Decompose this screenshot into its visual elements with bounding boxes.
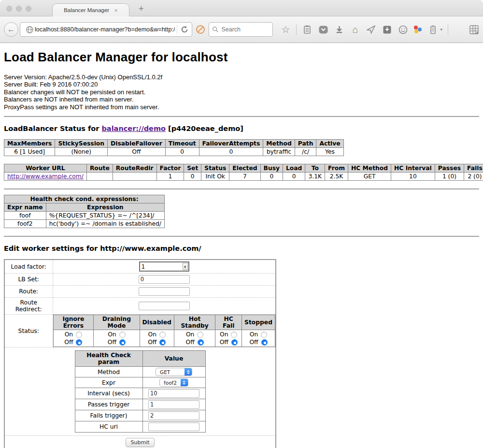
radio-label: Off [249,338,258,346]
back-button[interactable]: ← [4,22,18,37]
col-header: RouteRedir [113,164,156,173]
cell-stickysession: (None) [55,148,108,156]
close-window-button[interactable] [6,6,12,12]
radio-label: On [148,331,156,338]
number-stepper-icon[interactable]: ▲▼ [183,263,188,270]
reload-icon[interactable] [179,24,190,35]
search-bar[interactable] [209,22,273,37]
home-icon[interactable]: ⌂ [350,24,360,35]
col-header: Fails [464,164,483,173]
load-factor-input[interactable] [140,263,183,270]
site-identity-globe-icon[interactable] [24,24,35,35]
clipboard-icon[interactable] [302,24,313,35]
status-hot-standby-on-radio[interactable] [197,332,203,338]
browser-tab[interactable]: Balancer Manager × [52,3,129,16]
send-plane-icon[interactable] [366,24,376,35]
feedback-smiley-icon[interactable] [398,24,408,35]
edit-worker-heading: Edit worker settings for http://www.exam… [4,245,479,252]
cell-from: 2.5K [325,173,348,181]
form-row-route-redirect: Route Redirect: [4,298,276,315]
interval-input[interactable] [148,389,199,398]
table-row: http://www.example.com/ 1 0 Init Ok 7 0 … [4,173,483,181]
cell-expr-name: foof [4,212,46,220]
url-bar[interactable]: localhost:8880/balancer-manager?b=demo&w… [20,22,192,37]
tab-bar: Balancer Manager × + [0,0,483,16]
fails-input[interactable] [148,411,199,420]
blocked-content-icon[interactable] [196,24,205,35]
cell-active: Yes [316,148,343,156]
worker-url-link[interactable]: http://www.example.com/ [7,173,84,180]
expr-label: Expr [75,377,142,388]
grid-panel-icon[interactable] [469,24,479,35]
downloads-icon[interactable] [334,24,344,35]
divider [4,188,479,189]
col-header: Busy [260,164,283,173]
color-dots-extension-icon[interactable] [413,25,422,34]
status-stopped-off-radio[interactable] [261,339,268,346]
cell-routeredir [113,173,156,181]
status-hc-fail-on-radio[interactable] [231,332,237,338]
status-draining-mode-on-radio[interactable] [119,332,126,338]
url-text[interactable]: localhost:8880/balancer-manager?b=demo&w… [35,26,175,33]
battery-extension-icon[interactable] [427,24,438,35]
status-disabled-off-radio[interactable] [159,339,166,346]
status-draining-mode-off-radio[interactable] [119,339,126,346]
menu-hamburger-icon[interactable] [454,26,463,33]
save-square-icon[interactable] [382,24,392,35]
hc-row-fails: Fails trigger) [75,410,205,421]
radio-label: Off [108,338,116,346]
status-label: Status: [4,315,53,347]
route-input[interactable] [139,287,190,296]
radio-label: On [108,331,116,338]
hc-uri-label: HC uri [75,421,142,433]
radio-label: On [220,331,228,338]
expr-select[interactable]: foof2 [159,378,188,387]
tab-title: Balancer Manager [64,7,109,13]
extension-dropdown-chevron-icon[interactable]: ▾ [440,27,442,32]
col-header: To [305,164,325,173]
col-header: MaxMembers [4,140,55,148]
balancer-demo-link[interactable]: balancer://demo [101,125,166,132]
status-ignore-errors-on-radio[interactable] [76,332,82,338]
form-row-submit: Submit [4,436,276,448]
workers-table: Worker URL Route RouteRedir Factor Set S… [4,164,483,181]
proxypass-note-line: ProxyPass settings are NOT inherited fro… [4,103,479,111]
method-select[interactable]: GET [156,368,192,376]
pocket-icon[interactable] [318,24,328,35]
table-row: foof %{REQUEST_STATUS} =~ /^[234]/ [4,212,165,220]
col-header: HC Interval [391,164,435,173]
zoom-window-button[interactable] [26,6,31,12]
cell-status: Init Ok [201,173,229,181]
col-header: Ignore Errors [53,315,94,330]
status-disabled-on-radio[interactable] [159,332,166,338]
form-row-route: Route: [4,286,276,298]
server-built-line: Server Built: Feb 9 2016 07:00:20 [4,81,479,88]
table-row: foof2 hc('body') =~ /domain is establish… [4,220,165,228]
status-stopped-on-radio[interactable] [261,332,267,338]
col-header: Status [201,164,229,173]
browser-window: Balancer Manager × + ← localhost:8880/ba… [0,0,483,43]
lb-set-input[interactable] [139,275,190,284]
col-header: Active [316,140,343,148]
submit-button[interactable]: Submit [126,438,154,447]
bookmark-star-icon[interactable]: ☆ [280,24,291,35]
status-hot-standby-off-radio[interactable] [198,339,204,346]
col-header: Path [295,140,316,148]
route-redirect-input[interactable] [139,302,190,310]
cell-failoverattempts: 0 [199,148,263,156]
status-ignore-errors-off-radio[interactable] [76,339,82,346]
load-factor-field-wrap: ▲▼ [139,261,189,272]
search-input[interactable] [221,26,270,33]
method-label: Method [75,367,142,377]
cell-method: bytraffic [263,148,295,156]
fails-label: Fails trigger) [75,410,142,421]
tab-close-icon[interactable]: × [114,7,118,14]
minimize-window-button[interactable] [16,6,22,12]
cell-hc-method: GET [348,173,391,181]
status-hc-fail-off-radio[interactable] [231,339,238,346]
passes-input[interactable] [148,400,199,409]
load-factor-label: Load factor: [4,260,53,274]
new-tab-button[interactable]: + [139,4,144,14]
table-row: 6 [1 Used] (None) Off 0 0 bytraffic /c/ … [4,148,344,156]
hc-uri-input[interactable] [148,422,199,431]
